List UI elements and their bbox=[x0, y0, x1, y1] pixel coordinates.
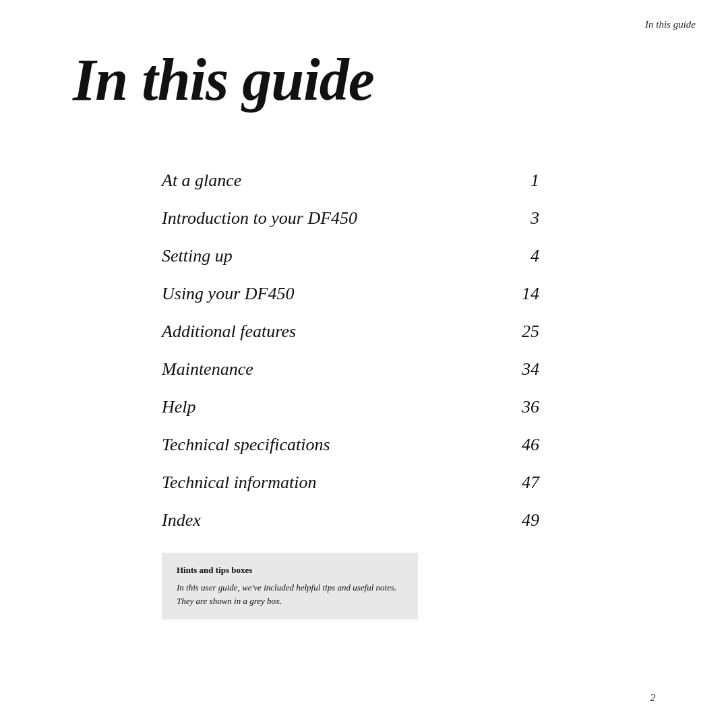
toc-item-title: Technical specifications bbox=[162, 435, 330, 455]
toc-item-title: Introduction to your DF450 bbox=[162, 208, 357, 229]
toc-row: Setting up4 bbox=[162, 237, 539, 275]
header-label: In this guide bbox=[645, 19, 696, 30]
toc-row: Index49 bbox=[162, 502, 539, 539]
hints-box-text: In this user guide, we've included helpf… bbox=[177, 581, 403, 607]
toc-row: Additional features25 bbox=[162, 313, 539, 351]
toc-row: Maintenance34 bbox=[162, 351, 539, 388]
toc-item-page: 14 bbox=[512, 284, 539, 304]
toc-item-page: 1 bbox=[512, 171, 539, 191]
toc-item-page: 47 bbox=[512, 473, 539, 493]
toc-item-title: Index bbox=[162, 510, 201, 530]
toc-item-title: Technical information bbox=[162, 473, 316, 493]
toc-row: Introduction to your DF4503 bbox=[162, 200, 539, 237]
toc-item-page: 49 bbox=[512, 510, 539, 530]
toc-item-page: 3 bbox=[512, 208, 539, 229]
toc-row: Technical specifications46 bbox=[162, 426, 539, 464]
toc-item-title: Using your DF450 bbox=[162, 284, 294, 304]
toc-item-title: Setting up bbox=[162, 246, 233, 266]
toc-row: Using your DF45014 bbox=[162, 275, 539, 313]
toc-item-page: 25 bbox=[512, 322, 539, 342]
toc-item-page: 4 bbox=[512, 246, 539, 266]
toc-item-page: 34 bbox=[512, 359, 539, 380]
toc-item-page: 46 bbox=[512, 435, 539, 455]
toc-item-title: At a glance bbox=[162, 171, 241, 191]
table-of-contents: At a glance1Introduction to your DF4503S… bbox=[162, 162, 539, 539]
page-title: In this guide bbox=[73, 46, 374, 114]
hints-box-title: Hints and tips boxes bbox=[177, 565, 403, 576]
toc-item-title: Help bbox=[162, 397, 196, 417]
toc-row: At a glance1 bbox=[162, 162, 539, 200]
toc-item-title: Maintenance bbox=[162, 359, 253, 380]
toc-item-title: Additional features bbox=[162, 322, 296, 342]
toc-row: Technical information47 bbox=[162, 464, 539, 502]
hints-box: Hints and tips boxes In this user guide,… bbox=[162, 553, 418, 619]
page-number: 2 bbox=[650, 692, 656, 704]
toc-item-page: 36 bbox=[512, 397, 539, 417]
toc-row: Help36 bbox=[162, 388, 539, 426]
